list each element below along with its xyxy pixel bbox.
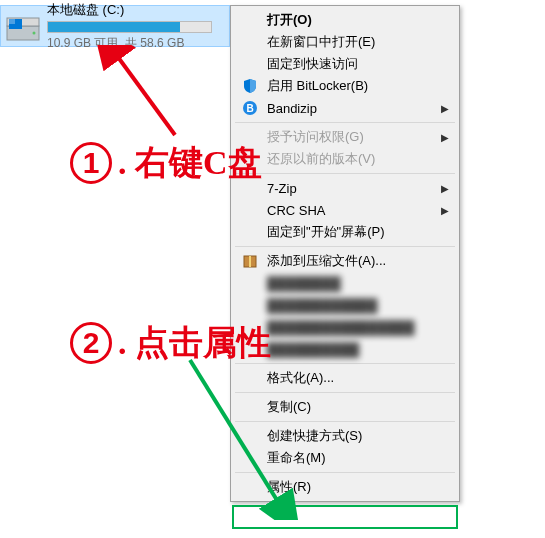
- menu-open-new-window[interactable]: 在新窗口中打开(E): [233, 31, 457, 53]
- menu-open[interactable]: 打开(O): [233, 9, 457, 31]
- drive-c-item[interactable]: 本地磁盘 (C:) 10.9 GB 可用, 共 58.6 GB: [0, 5, 230, 47]
- context-menu: 打开(O) 在新窗口中打开(E) 固定到快速访问 启用 BitLocker(B)…: [230, 5, 460, 502]
- annotation-text-2: . 点击属性: [118, 320, 271, 366]
- menu-blurred-1[interactable]: ████████: [233, 272, 457, 294]
- bandizip-icon: B: [241, 99, 259, 117]
- menu-separator: [235, 122, 455, 123]
- submenu-arrow-icon: ▶: [441, 132, 449, 143]
- archive-icon: [241, 252, 259, 270]
- menu-separator: [235, 392, 455, 393]
- svg-text:B: B: [246, 103, 253, 114]
- menu-properties[interactable]: 属性(R): [233, 476, 457, 498]
- menu-bitlocker[interactable]: 启用 BitLocker(B): [233, 75, 457, 97]
- menu-rename[interactable]: 重命名(M): [233, 447, 457, 469]
- menu-separator: [235, 472, 455, 473]
- arrow-to-drive: [80, 45, 210, 145]
- blurred-icon: [241, 274, 259, 292]
- menu-pin-start[interactable]: 固定到"开始"屏幕(P): [233, 221, 457, 243]
- menu-create-shortcut[interactable]: 创建快捷方式(S): [233, 425, 457, 447]
- drive-info: 本地磁盘 (C:) 10.9 GB 可用, 共 58.6 GB: [47, 1, 225, 52]
- menu-pin-quick-access[interactable]: 固定到快速访问: [233, 53, 457, 75]
- submenu-arrow-icon: ▶: [441, 183, 449, 194]
- menu-add-archive[interactable]: 添加到压缩文件(A)...: [233, 250, 457, 272]
- bitlocker-icon: [241, 77, 259, 95]
- annotation-number-1: 1: [70, 142, 112, 184]
- blurred-icon: [241, 296, 259, 314]
- annotation-number-2: 2: [70, 322, 112, 364]
- menu-separator: [235, 246, 455, 247]
- menu-grant-access[interactable]: 授予访问权限(G) ▶: [233, 126, 457, 148]
- drive-usage-bar: [47, 21, 212, 33]
- drive-label: 本地磁盘 (C:): [47, 1, 225, 19]
- menu-blurred-2[interactable]: ████████████: [233, 294, 457, 316]
- drive-icon: [5, 8, 41, 44]
- menu-format[interactable]: 格式化(A)...: [233, 367, 457, 389]
- menu-separator: [235, 421, 455, 422]
- annotation-step2: 2 . 点击属性: [70, 320, 271, 366]
- properties-highlight: [232, 505, 458, 529]
- menu-bandizip[interactable]: B Bandizip ▶: [233, 97, 457, 119]
- svg-point-4: [33, 32, 36, 35]
- annotation-text-1: . 右键C盘: [118, 140, 262, 186]
- menu-crc-sha[interactable]: CRC SHA ▶: [233, 199, 457, 221]
- drive-usage-fill: [48, 22, 180, 32]
- svg-rect-8: [249, 256, 251, 267]
- svg-line-9: [115, 53, 175, 135]
- drive-free-text: 10.9 GB 可用, 共 58.6 GB: [47, 35, 225, 52]
- menu-copy[interactable]: 复制(C): [233, 396, 457, 418]
- menu-7zip[interactable]: 7-Zip ▶: [233, 177, 457, 199]
- annotation-step1: 1 . 右键C盘: [70, 140, 262, 186]
- menu-previous-versions[interactable]: 还原以前的版本(V): [233, 148, 457, 170]
- submenu-arrow-icon: ▶: [441, 103, 449, 114]
- submenu-arrow-icon: ▶: [441, 205, 449, 216]
- svg-rect-3: [9, 19, 15, 24]
- menu-separator: [235, 173, 455, 174]
